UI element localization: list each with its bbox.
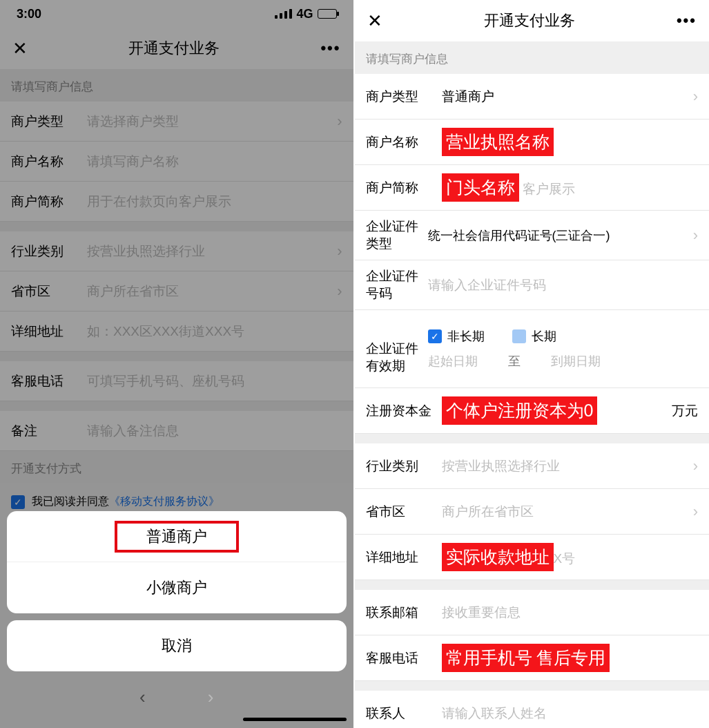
sheet-option-normal[interactable]: 普通商户 (7, 511, 347, 562)
row-region[interactable]: 省市区 商户所在省市区 › (355, 489, 710, 535)
field-placeholder: 请输入备注信息 (87, 422, 342, 440)
annotation-tag: 个体户注册资本为0 (442, 396, 598, 425)
field-placeholder: 请填写商户名称 (87, 153, 342, 171)
placeholder-tail: X号 (554, 551, 576, 566)
checkbox-icon[interactable]: ✓ (11, 495, 25, 509)
status-time: 3:00 (17, 7, 41, 21)
action-sheet: 普通商户 小微商户 取消 ‹ › (0, 511, 353, 728)
field-label: 企业证件号码 (366, 261, 428, 309)
field-label: 客服电话 (11, 372, 87, 390)
row-industry[interactable]: 行业类别 按营业执照选择行业 › (355, 443, 710, 489)
sheet-cancel-label: 取消 (162, 635, 192, 656)
field-placeholder: 按营业执照选择行业 (87, 242, 334, 260)
nav-forward-icon[interactable]: › (208, 687, 214, 708)
annotation-tag: 门头名称 (442, 173, 519, 202)
field-placeholder: 如：XXX区XXX街道XXX号 (87, 323, 342, 341)
row-region[interactable]: 省市区 商户所在省市区 › (0, 271, 353, 312)
screen-right: ✕ 开通支付业务 ••• 请填写商户信息 商户类型 普通商户 › 商户名称 营业… (355, 0, 710, 728)
field-placeholder: 接收重要信息 (442, 604, 699, 622)
field-label: 备注 (11, 422, 87, 440)
field-label: 行业类别 (11, 242, 87, 260)
agreement-link[interactable]: 《移动支付服务协议》 (109, 495, 220, 509)
sheet-cancel[interactable]: 取消 (7, 620, 347, 671)
field-value: 门头名称 客户展示 (442, 173, 699, 202)
field-value: 普通商户 (442, 88, 690, 106)
field-label: 商户名称 (366, 133, 442, 151)
field-label: 行业类别 (366, 457, 442, 475)
end-date-placeholder[interactable]: 到期日期 (551, 353, 601, 370)
field-label: 客服电话 (366, 649, 442, 667)
row-remark[interactable]: 备注 请输入备注信息 (0, 411, 353, 451)
row-merchant-short[interactable]: 商户简称 用于在付款页向客户展示 (0, 182, 353, 222)
status-bar: 3:00 4G (0, 0, 353, 28)
field-value: 统一社会信用代码证号(三证合一) (428, 227, 690, 244)
row-merchant-name[interactable]: 商户名称 请填写商户名称 (0, 142, 353, 182)
checkbox-label: 非长期 (447, 328, 485, 345)
nav-back-icon[interactable]: ‹ (139, 687, 146, 708)
sheet-option-label: 普通商户 (146, 526, 207, 547)
row-phone[interactable]: 客服电话 常用手机号 售后专用 (355, 635, 710, 681)
row-merchant-type[interactable]: 商户类型 普通商户 › (355, 74, 710, 119)
chevron-right-icon: › (337, 242, 342, 260)
field-label: 商户名称 (11, 153, 87, 171)
row-cert-no[interactable]: 企业证件号码 请输入企业证件号码 (355, 260, 710, 310)
start-date-placeholder[interactable]: 起始日期 (428, 353, 478, 370)
field-value: 个体户注册资本为0 (442, 396, 666, 425)
page-title: 开通支付业务 (382, 10, 677, 31)
checkbox-nonpermanent[interactable]: ✓ (428, 329, 442, 343)
more-icon[interactable]: ••• (677, 12, 697, 30)
date-separator: 至 (508, 353, 521, 370)
chevron-right-icon: › (693, 503, 698, 521)
row-industry[interactable]: 行业类别 按营业执照选择行业 › (0, 231, 353, 271)
field-placeholder: 商户所在省市区 (442, 503, 690, 521)
more-icon[interactable]: ••• (320, 39, 340, 57)
field-label: 联系人 (366, 705, 442, 722)
chevron-right-icon: › (337, 282, 342, 300)
chevron-right-icon: › (693, 227, 698, 245)
close-icon[interactable]: ✕ (367, 12, 382, 30)
signal-icon (275, 9, 292, 19)
sheet-option-label: 小微商户 (146, 577, 207, 598)
field-placeholder: 按营业执照选择行业 (442, 457, 690, 475)
nav-bar: ✕ 开通支付业务 ••• (0, 28, 353, 69)
field-label: 商户类型 (11, 113, 87, 131)
field-label: 详细地址 (366, 548, 442, 566)
row-merchant-short[interactable]: 商户简称 门头名称 客户展示 (355, 165, 710, 211)
page-title: 开通支付业务 (28, 38, 320, 59)
field-value: 营业执照名称 (442, 128, 699, 156)
row-address[interactable]: 详细地址 如：XXX区XXX街道XXX号 (0, 312, 353, 352)
row-address[interactable]: 详细地址 实际收款地址X号 (355, 535, 710, 580)
row-capital[interactable]: 注册资本金 个体户注册资本为0 万元 (355, 388, 710, 434)
field-placeholder: 请选择商户类型 (87, 113, 334, 131)
checkbox-permanent[interactable] (512, 329, 526, 343)
home-indicator (243, 718, 347, 721)
agree-prefix: 我已阅读并同意 (32, 495, 109, 509)
row-merchant-type[interactable]: 商户类型 请选择商户类型 › (0, 102, 353, 142)
close-icon[interactable]: ✕ (12, 39, 28, 57)
field-label: 省市区 (366, 503, 442, 521)
row-merchant-name[interactable]: 商户名称 营业执照名称 (355, 119, 710, 165)
row-service-phone[interactable]: 客服电话 可填写手机号码、座机号码 (0, 361, 353, 401)
row-cert-type[interactable]: 企业证件类型 统一社会信用代码证号(三证合一) › (355, 211, 710, 260)
placeholder-tail: 客户展示 (523, 182, 575, 196)
network-label: 4G (296, 7, 313, 21)
footer-nav: ‹ › (7, 687, 347, 708)
nav-bar: ✕ 开通支付业务 ••• (355, 0, 710, 41)
field-label: 省市区 (11, 282, 87, 300)
battery-icon (318, 9, 337, 19)
section-header: 请填写商户信息 (355, 41, 710, 74)
row-contact[interactable]: 联系人 请输入联系人姓名 (355, 691, 710, 728)
annotation-tag: 营业执照名称 (442, 128, 554, 156)
row-email[interactable]: 联系邮箱 接收重要信息 (355, 590, 710, 635)
checkbox-label: 长期 (532, 328, 556, 345)
annotation-tag: 实际收款地址 (442, 543, 554, 571)
field-label: 联系邮箱 (366, 604, 442, 622)
chevron-right-icon: › (337, 113, 342, 131)
sheet-option-small[interactable]: 小微商户 (7, 562, 347, 613)
row-cert-valid[interactable]: 企业证件有效期 ✓ 非长期 长期 起始日期 至 到期日期 (355, 310, 710, 388)
field-placeholder: 用于在付款页向客户展示 (87, 193, 342, 211)
field-label: 商户类型 (366, 88, 442, 106)
field-value: 常用手机号 售后专用 (442, 644, 699, 672)
field-label: 注册资本金 (366, 402, 442, 420)
annotation-tag: 常用手机号 售后专用 (442, 644, 610, 672)
